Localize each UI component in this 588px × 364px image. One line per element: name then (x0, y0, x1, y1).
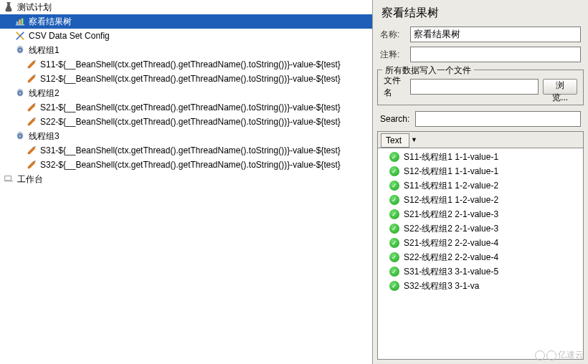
svg-rect-1 (16, 24, 24, 25)
tools-icon (14, 30, 26, 42)
success-icon: ✓ (389, 166, 399, 176)
success-icon: ✓ (389, 209, 399, 219)
chevron-down-icon[interactable]: ▼ (411, 136, 417, 143)
tree-sampler[interactable]: S12-${__BeanShell(ctx.getThread().getThr… (0, 72, 372, 86)
detail-panel: 察看结果树 名称: 注释: 所有数据写入一个文件 文件名 浏览... Searc… (373, 0, 588, 364)
sampler-label: S31-${__BeanShell(ctx.getThread().getThr… (40, 145, 341, 155)
text-tab[interactable]: Text (381, 133, 409, 148)
sampler-icon (26, 116, 37, 128)
chart-icon (14, 16, 26, 27)
sampler-icon (26, 159, 37, 171)
result-label: S11-线程组1 1-2-value-2 (404, 180, 498, 192)
svg-rect-3 (19, 19, 21, 24)
sampler-icon (26, 59, 37, 70)
svg-rect-4 (22, 19, 24, 25)
tree-sampler[interactable]: S22-${__BeanShell(ctx.getThread().getThr… (0, 115, 372, 129)
tree-workbench-label: 工作台 (17, 173, 43, 186)
search-input[interactable] (415, 111, 581, 127)
tree-sampler[interactable]: S11-${__BeanShell(ctx.getThread().getThr… (0, 57, 372, 72)
result-label: S12-线程组1 1-2-value-2 (404, 194, 498, 206)
name-label: 名称: (380, 29, 410, 41)
file-legend: 所有数据写入一个文件 (382, 64, 474, 77)
result-item[interactable]: ✓S12-线程组1 1-2-value-2 (378, 193, 583, 207)
result-label: S31-线程组3 3-1-value-5 (404, 266, 498, 278)
success-icon: ✓ (389, 181, 399, 191)
tree-root[interactable]: 测试计划 (0, 0, 372, 14)
tree-workbench[interactable]: 工作台 (0, 172, 372, 186)
sampler-label: S11-${__BeanShell(ctx.getThread().getThr… (40, 59, 341, 70)
result-label: S12-线程组1 1-1-value-1 (404, 166, 498, 178)
gear-icon (14, 87, 26, 99)
results-area: Text ▼ ✓S11-线程组1 1-1-value-1✓S12-线程组1 1-… (377, 131, 584, 360)
workbench-icon (3, 173, 14, 185)
sampler-icon (26, 145, 37, 156)
name-input[interactable] (410, 27, 581, 42)
success-icon: ✓ (389, 281, 399, 291)
gear-icon (14, 130, 26, 142)
result-item[interactable]: ✓S21-线程组2 2-1-value-3 (378, 207, 583, 221)
success-icon: ✓ (389, 195, 399, 205)
result-item[interactable]: ✓S11-线程组1 1-2-value-2 (378, 178, 583, 193)
tree-results[interactable]: 察看结果树 (0, 14, 372, 29)
comment-input[interactable] (410, 47, 581, 62)
success-icon: ✓ (389, 224, 399, 234)
tree-thread-group[interactable]: 线程组3 (0, 129, 372, 143)
thread-group-label: 线程组3 (29, 130, 60, 143)
tree-panel: 测试计划 察看结果树 CSV Data Set Config 线程组1S11-$… (0, 0, 373, 364)
result-label: S22-线程组2 2-1-value-3 (404, 223, 498, 235)
svg-rect-2 (16, 21, 19, 24)
result-item[interactable]: ✓S22-线程组2 2-2-value-4 (378, 250, 583, 264)
file-fieldset: 所有数据写入一个文件 文件名 浏览... (377, 70, 584, 105)
tree-root-label: 测试计划 (17, 1, 52, 14)
text-tab-label: Text (386, 135, 402, 145)
result-label: S32-线程组3 3-1-va (404, 280, 479, 292)
tree-sampler[interactable]: S31-${__BeanShell(ctx.getThread().getThr… (0, 143, 372, 158)
sampler-label: S21-${__BeanShell(ctx.getThread().getThr… (40, 102, 341, 112)
result-label: S21-线程组2 2-1-value-3 (404, 209, 498, 221)
svg-rect-0 (6, 2, 10, 3)
sampler-label: S12-${__BeanShell(ctx.getThread().getThr… (40, 74, 341, 84)
result-item[interactable]: ✓S21-线程组2 2-2-value-4 (378, 236, 583, 250)
success-icon: ✓ (389, 152, 399, 162)
tree-results-label: 察看结果树 (29, 16, 72, 28)
result-item[interactable]: ✓S22-线程组2 2-1-value-3 (378, 221, 583, 236)
browse-button[interactable]: 浏览... (543, 79, 577, 95)
sampler-label: S32-${__BeanShell(ctx.getThread().getThr… (40, 160, 341, 170)
gear-icon (14, 44, 26, 56)
success-icon: ✓ (389, 252, 399, 262)
result-item[interactable]: ✓S31-线程组3 3-1-value-5 (378, 264, 583, 279)
thread-group-label: 线程组1 (29, 44, 60, 57)
thread-group-label: 线程组2 (29, 87, 60, 100)
tree-thread-group[interactable]: 线程组2 (0, 86, 372, 100)
search-label: Search: (380, 114, 409, 124)
tree-csv[interactable]: CSV Data Set Config (0, 29, 372, 43)
flask-icon (3, 1, 14, 13)
tree-sampler[interactable]: S21-${__BeanShell(ctx.getThread().getThr… (0, 100, 372, 115)
tree-csv-label: CSV Data Set Config (29, 31, 110, 41)
sampler-label: S22-${__BeanShell(ctx.getThread().getThr… (40, 117, 341, 127)
tree-thread-group[interactable]: 线程组1 (0, 43, 372, 57)
result-item[interactable]: ✓S32-线程组3 3-1-va (378, 279, 583, 293)
svg-rect-14 (5, 176, 11, 181)
result-label: S22-线程组2 2-2-value-4 (404, 252, 498, 264)
result-item[interactable]: ✓S11-线程组1 1-1-value-1 (378, 150, 583, 164)
sampler-icon (26, 73, 37, 85)
result-item[interactable]: ✓S12-线程组1 1-1-value-1 (378, 164, 583, 178)
panel-title: 察看结果树 (373, 0, 588, 24)
sampler-icon (26, 102, 37, 113)
result-label: S11-线程组1 1-1-value-1 (404, 151, 498, 163)
comment-label: 注释: (380, 49, 410, 61)
result-label: S21-线程组2 2-2-value-4 (404, 237, 498, 249)
svg-rect-15 (4, 181, 13, 182)
success-icon: ✓ (389, 267, 399, 277)
file-input[interactable] (410, 79, 539, 95)
file-label: 文件名 (384, 75, 406, 99)
success-icon: ✓ (389, 238, 399, 248)
results-list[interactable]: ✓S11-线程组1 1-1-value-1✓S12-线程组1 1-1-value… (378, 148, 583, 359)
tree-sampler[interactable]: S32-${__BeanShell(ctx.getThread().getThr… (0, 158, 372, 172)
